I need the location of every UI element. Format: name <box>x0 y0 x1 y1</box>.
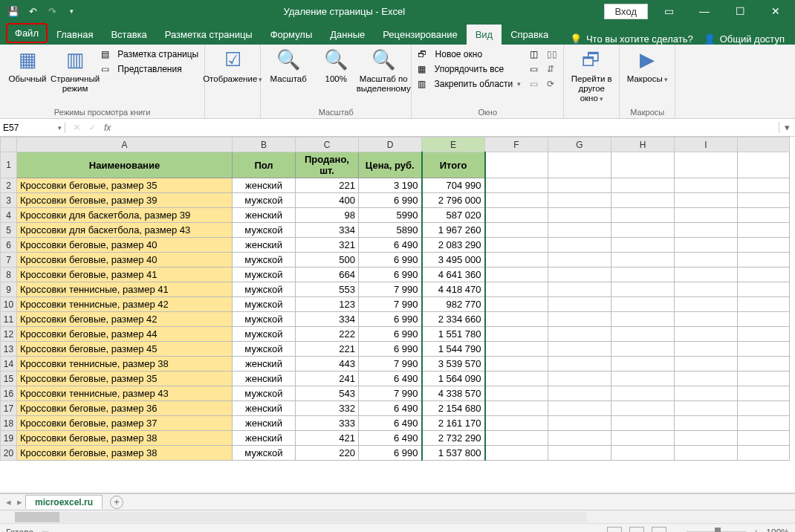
header-cell[interactable]: Цена, руб. <box>359 152 422 178</box>
cell[interactable]: Кроссовки беговые, размер 38 <box>17 446 233 461</box>
cell[interactable]: женский <box>233 401 296 416</box>
cell[interactable]: 98 <box>296 208 359 223</box>
tab-data[interactable]: Данные <box>321 25 374 45</box>
arrange-all-button[interactable]: ▦ Упорядочить все <box>418 62 521 76</box>
col-header-h[interactable]: H <box>611 137 675 152</box>
cell[interactable]: мужской <box>233 253 296 267</box>
cell[interactable]: 7 990 <box>359 282 422 297</box>
row-header[interactable]: 13 <box>1 342 17 357</box>
cell[interactable]: 6 990 <box>359 342 422 357</box>
cell[interactable]: 2 083 290 <box>422 238 485 253</box>
col-header-b[interactable]: B <box>233 137 296 152</box>
cell[interactable]: 221 <box>296 342 359 357</box>
cell[interactable]: Кроссовки беговые, размер 45 <box>17 342 233 357</box>
share-button[interactable]: 👤 Общий доступ <box>704 33 785 45</box>
cell[interactable]: Кроссовки беговые, размер 41 <box>17 267 233 282</box>
close-icon[interactable]: ✕ <box>761 0 791 22</box>
cell[interactable]: 7 990 <box>359 297 422 312</box>
normal-view-button[interactable]: ▦ Обычный <box>6 48 49 84</box>
zoom-100-button[interactable]: 🔍 100% <box>314 48 357 84</box>
cell[interactable]: мужской <box>233 282 296 297</box>
zoom-level[interactable]: 100% <box>766 528 789 533</box>
row-header[interactable]: 10 <box>1 297 17 312</box>
cell[interactable]: Кроссовки теннисные, размер 43 <box>17 386 233 401</box>
cell[interactable]: 400 <box>296 193 359 208</box>
col-header-c[interactable]: C <box>296 137 359 152</box>
cell[interactable]: 543 <box>296 386 359 401</box>
cell[interactable]: 1 537 800 <box>422 446 485 461</box>
row-header[interactable]: 18 <box>1 416 17 431</box>
row-header[interactable]: 9 <box>1 282 17 297</box>
cell[interactable]: мужской <box>233 312 296 327</box>
tab-file[interactable]: Файл <box>6 23 48 43</box>
cell[interactable]: 6 490 <box>359 238 422 253</box>
cell[interactable]: 221 <box>296 178 359 193</box>
redo-icon[interactable]: ↷ <box>43 2 61 20</box>
cell[interactable]: мужской <box>233 297 296 312</box>
row-header[interactable]: 17 <box>1 401 17 416</box>
cell[interactable]: 982 770 <box>422 297 485 312</box>
cell[interactable]: 334 <box>296 223 359 238</box>
cell[interactable]: женский <box>233 208 296 223</box>
zoom-out-button[interactable]: − <box>674 528 679 533</box>
cell[interactable]: женский <box>233 372 296 386</box>
cell[interactable]: 1 544 790 <box>422 342 485 357</box>
cell[interactable]: 3 495 000 <box>422 253 485 267</box>
cell[interactable]: 6 990 <box>359 312 422 327</box>
row-header[interactable]: 11 <box>1 312 17 327</box>
save-icon[interactable]: 💾 <box>4 2 22 20</box>
cell[interactable]: мужской <box>233 267 296 282</box>
col-header-i[interactable]: I <box>675 137 738 152</box>
cell[interactable]: 6 990 <box>359 446 422 461</box>
cell[interactable]: 220 <box>296 446 359 461</box>
cell[interactable]: 7 990 <box>359 357 422 372</box>
cell[interactable]: Кроссовки беговые, размер 35 <box>17 178 233 193</box>
cell[interactable]: 1 551 780 <box>422 327 485 342</box>
cell[interactable]: Кроссовки беговые, размер 38 <box>17 431 233 446</box>
undo-icon[interactable]: ↶ <box>24 2 42 20</box>
custom-views-button[interactable]: ▭ Представления <box>101 62 198 76</box>
cell[interactable]: женский <box>233 431 296 446</box>
cell[interactable]: 2 161 170 <box>422 416 485 431</box>
cell[interactable]: 2 154 680 <box>422 401 485 416</box>
cell[interactable]: 500 <box>296 253 359 267</box>
cell[interactable]: 2 334 660 <box>422 312 485 327</box>
cell[interactable]: 3 539 570 <box>422 357 485 372</box>
expand-formula-bar-icon[interactable]: ▾ <box>779 122 795 133</box>
tab-insert[interactable]: Вставка <box>102 25 155 45</box>
cell[interactable]: Кроссовки теннисные, размер 41 <box>17 282 233 297</box>
cell[interactable]: 333 <box>296 416 359 431</box>
cell[interactable]: Кроссовки теннисные, размер 42 <box>17 297 233 312</box>
tab-formulas[interactable]: Формулы <box>262 25 322 45</box>
new-window-button[interactable]: 🗗 Новое окно <box>418 48 521 61</box>
cell[interactable]: Кроссовки беговые, размер 40 <box>17 238 233 253</box>
cell[interactable]: 6 990 <box>359 267 422 282</box>
cell[interactable]: 332 <box>296 401 359 416</box>
tab-view[interactable]: Вид <box>467 25 502 45</box>
cell[interactable]: мужской <box>233 386 296 401</box>
row-header[interactable]: 12 <box>1 327 17 342</box>
cell[interactable]: Кроссовки беговые, размер 37 <box>17 416 233 431</box>
cell[interactable]: Кроссовки беговые, размер 40 <box>17 253 233 267</box>
cell[interactable]: мужской <box>233 327 296 342</box>
cell[interactable]: 123 <box>296 297 359 312</box>
col-header-e[interactable]: E <box>422 137 485 152</box>
tab-home[interactable]: Главная <box>48 25 102 45</box>
split-button[interactable]: ◫ <box>530 48 538 61</box>
unhide-button[interactable]: ▭ <box>530 77 538 91</box>
cell[interactable]: женский <box>233 238 296 253</box>
login-button[interactable]: Вход <box>604 4 648 19</box>
cell[interactable]: Кроссовки беговые, размер 44 <box>17 327 233 342</box>
row-header[interactable]: 6 <box>1 238 17 253</box>
cell[interactable]: 4 418 470 <box>422 282 485 297</box>
cell[interactable]: Кроссовки беговые, размер 36 <box>17 401 233 416</box>
reset-position-button[interactable]: ⟳ <box>547 77 557 91</box>
hide-button[interactable]: ▭ <box>530 62 538 76</box>
cell[interactable]: Кроссовки теннисные, размер 38 <box>17 357 233 372</box>
col-header-f[interactable]: F <box>485 137 548 152</box>
qat-customize-icon[interactable]: ▾ <box>62 2 80 20</box>
cell[interactable]: Кроссовки беговые, размер 42 <box>17 312 233 327</box>
cell[interactable]: 3 190 <box>359 178 422 193</box>
row-header[interactable]: 20 <box>1 446 17 461</box>
row-header[interactable]: 19 <box>1 431 17 446</box>
